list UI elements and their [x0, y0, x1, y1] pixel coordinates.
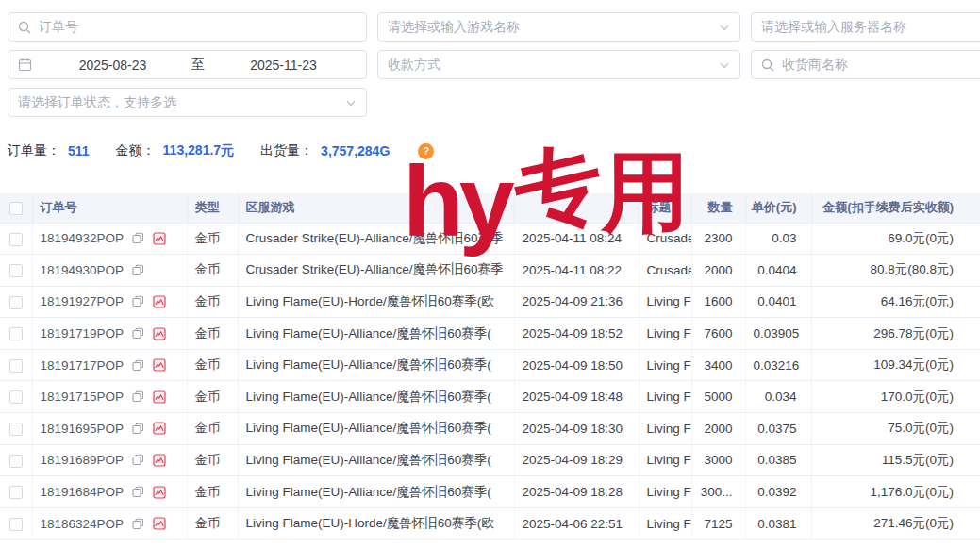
table-row: 18191695POP 金币 Living Flame(EU)-Alliance…: [0, 413, 980, 445]
order-id: 18194930POP: [41, 263, 125, 277]
order-quantity: 2000: [691, 413, 745, 445]
row-checkbox[interactable]: [9, 296, 23, 309]
order-type: 金币: [187, 507, 238, 540]
order-amount: 69.0元(0元): [811, 223, 980, 255]
row-checkbox[interactable]: [9, 327, 23, 340]
order-type: 金币: [187, 318, 238, 350]
image-icon[interactable]: [153, 358, 166, 372]
order-type: 金币: [187, 223, 238, 255]
order-time: 2025-04-09 21:36: [514, 286, 639, 318]
order-number-input[interactable]: 订单号: [8, 12, 367, 42]
row-checkbox[interactable]: [9, 423, 23, 436]
order-amount: 80.8元(80.8元): [811, 255, 980, 287]
order-time: 2025-04-09 18:50: [514, 349, 639, 381]
order-time: 2025-04-09 18:48: [514, 381, 639, 413]
copy-icon[interactable]: [132, 232, 144, 244]
date-range-picker[interactable]: 2025-08-23 至 2025-11-23: [8, 50, 367, 79]
row-checkbox[interactable]: [9, 455, 23, 468]
search-icon: [761, 58, 774, 72]
order-quantity: 1600: [691, 286, 745, 318]
order-amount: 271.46元(0元): [811, 507, 980, 540]
order-unit-price: 0.03905: [745, 318, 811, 350]
order-quantity: 5000: [691, 381, 745, 413]
image-icon[interactable]: [153, 517, 166, 530]
copy-icon[interactable]: [132, 327, 144, 340]
date-end-value[interactable]: 2025-11-23: [210, 58, 357, 73]
order-quantity: 300...: [691, 476, 745, 508]
order-title: Crusader: [639, 255, 691, 287]
receiver-merchant-input[interactable]: 收货商名称: [751, 50, 980, 79]
stat-order-count-label: 订单量：: [8, 142, 60, 159]
summary-stats-bar: 订单量： 511 金额： 113,281.7元 出货量： 3,757,284G …: [8, 142, 434, 159]
order-time: 2025-04-09 18:28: [514, 476, 639, 508]
order-title: Living Fl: [639, 381, 691, 413]
copy-icon[interactable]: [132, 390, 144, 403]
stat-amount: 金额： 113,281.7元: [116, 142, 235, 159]
orders-table-body: 18194932POP 金币 Crusader Strike(EU)-Allia…: [0, 223, 980, 540]
row-checkbox[interactable]: [9, 390, 23, 404]
order-quantity: 3400: [691, 349, 745, 381]
order-quantity: 2300: [691, 223, 745, 255]
table-header-row: 订单号 类型 区服游戏 标题 数量 单价(元) 金额(扣手续费后实收额): [0, 193, 980, 223]
server-game: Living Flame(EU)-Alliance/魔兽怀旧60赛季(: [238, 381, 514, 413]
payment-method-placeholder: 收款方式: [388, 57, 440, 74]
game-name-select[interactable]: 请选择或输入游戏名称: [377, 12, 740, 42]
date-start-value[interactable]: 2025-08-23: [40, 58, 186, 73]
image-icon[interactable]: [153, 422, 166, 435]
image-icon[interactable]: [153, 232, 166, 245]
server-game: Crusader Strike(EU)-Alliance/魔兽怀旧60赛季: [238, 223, 514, 255]
order-status-multiselect[interactable]: 请选择订单状态，支持多选: [8, 88, 367, 117]
receiver-merchant-placeholder: 收货商名称: [782, 57, 848, 74]
order-amount: 75.0元(0元): [811, 413, 980, 445]
table-row: 18191715POP 金币 Living Flame(EU)-Alliance…: [0, 381, 980, 413]
order-type: 金币: [187, 413, 238, 445]
row-checkbox[interactable]: [9, 264, 23, 277]
server-name-select[interactable]: 请选择或输入服务器名称: [751, 12, 980, 42]
copy-icon[interactable]: [132, 264, 144, 276]
order-unit-price: 0.0375: [745, 413, 811, 445]
server-game: Living Flame(EU)-Horde/魔兽怀旧60赛季(欧: [238, 286, 514, 318]
table-row: 18186324POP 金币 Living Flame(EU)-Horde/魔兽…: [0, 507, 980, 540]
copy-icon[interactable]: [132, 423, 144, 435]
header-amount: 金额(扣手续费后实收额): [811, 193, 980, 223]
order-id: 18191717POP: [41, 358, 125, 373]
date-range-separator: 至: [186, 57, 210, 74]
payment-method-select[interactable]: 收款方式: [377, 50, 740, 79]
stat-order-count: 订单量： 511: [8, 142, 90, 159]
image-icon[interactable]: [153, 486, 166, 499]
row-checkbox[interactable]: [9, 486, 23, 499]
copy-icon[interactable]: [132, 518, 144, 530]
image-icon[interactable]: [153, 454, 166, 467]
image-icon[interactable]: [153, 295, 166, 308]
table-row: 18194932POP 金币 Crusader Strike(EU)-Allia…: [0, 223, 980, 255]
order-id: 18191719POP: [41, 326, 125, 340]
stat-shipped-value: 3,757,284G: [321, 143, 390, 158]
copy-icon[interactable]: [132, 295, 144, 307]
game-name-placeholder: 请选择或输入游戏名称: [388, 19, 520, 36]
order-unit-price: 0.034: [745, 381, 811, 413]
row-checkbox[interactable]: [9, 359, 23, 373]
select-all-checkbox[interactable]: [9, 202, 23, 215]
order-amount: 109.34元(0元): [811, 349, 980, 381]
table-row: 18191717POP 金币 Living Flame(EU)-Alliance…: [0, 349, 980, 381]
order-type: 金币: [187, 381, 238, 413]
table-row: 18191927POP 金币 Living Flame(EU)-Horde/魔兽…: [0, 286, 980, 318]
row-checkbox[interactable]: [9, 233, 23, 246]
chevron-down-icon: [345, 97, 357, 108]
order-amount: 1,176.0元(0元): [811, 476, 980, 508]
chevron-down-icon: [719, 59, 730, 71]
copy-icon[interactable]: [132, 359, 144, 372]
search-icon: [18, 21, 31, 34]
help-icon[interactable]: ?: [418, 143, 434, 159]
order-time: 2025-04-11 08:22: [514, 255, 639, 287]
copy-icon[interactable]: [132, 486, 144, 498]
image-icon[interactable]: [153, 390, 166, 404]
chevron-down-icon: [719, 22, 730, 33]
copy-icon[interactable]: [132, 454, 144, 466]
order-unit-price: 0.0385: [745, 444, 811, 476]
order-title: Living Fl: [639, 286, 691, 318]
image-icon[interactable]: [153, 327, 166, 340]
header-type: 类型: [187, 193, 238, 223]
row-checkbox[interactable]: [9, 518, 23, 531]
table-row: 18191689POP 金币 Living Flame(EU)-Alliance…: [0, 444, 980, 476]
